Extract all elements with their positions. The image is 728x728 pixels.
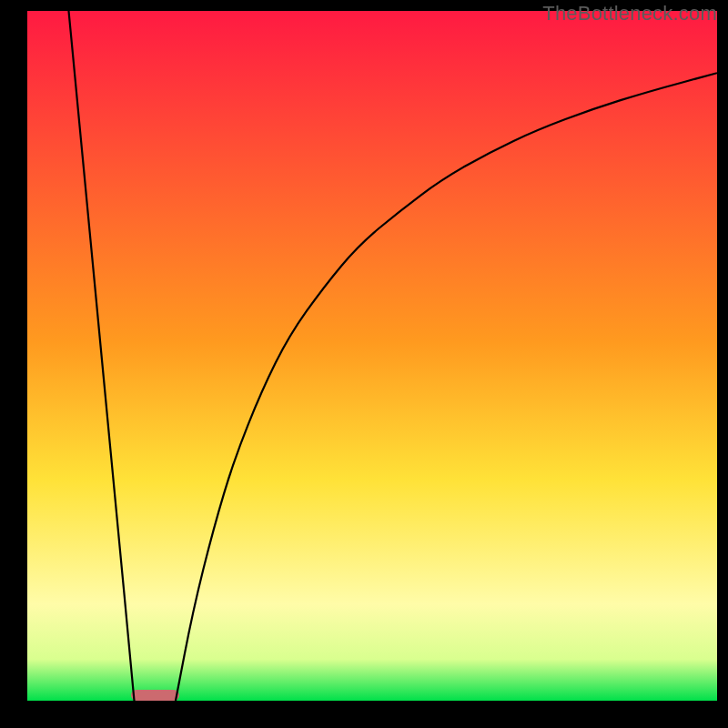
svg-rect-0	[27, 11, 717, 701]
watermark-text: TheBottleneck.com	[542, 2, 717, 25]
curve-left-branch	[68, 11, 134, 701]
curve-right-branch	[176, 73, 717, 701]
plot-area	[27, 11, 717, 701]
background-gradient	[27, 11, 717, 701]
bottleneck-curve	[27, 11, 717, 701]
valley-marker	[131, 690, 179, 701]
